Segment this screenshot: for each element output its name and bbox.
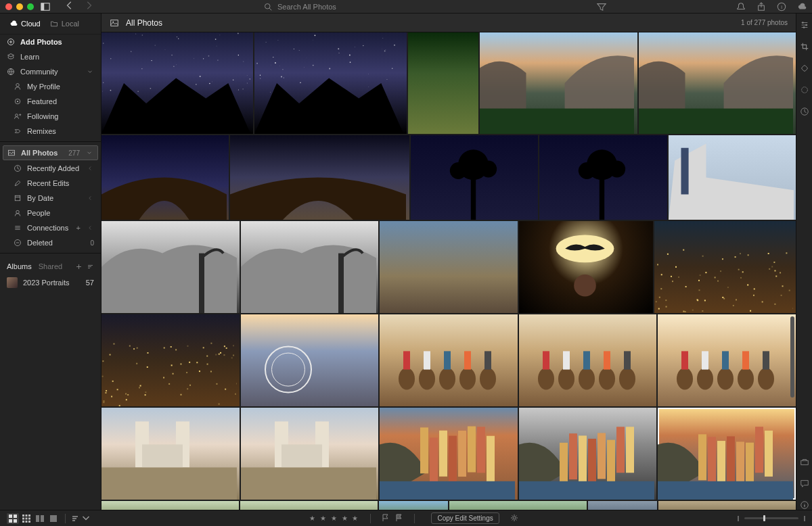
svg-rect-221 [136, 363, 137, 364]
photo-thumbnail[interactable] [102, 501, 239, 510]
cloud-tab[interactable]: Cloud [5, 18, 45, 30]
settings-gear-icon[interactable] [505, 514, 518, 523]
grid-view-button[interactable] [7, 513, 19, 524]
flag-reject-button[interactable] [395, 514, 403, 523]
album-item[interactable]: 2023 Portraits 57 [0, 274, 101, 291]
sort-albums-icon[interactable] [87, 263, 94, 270]
people-item[interactable]: People [7, 206, 101, 220]
photo-thumbnail[interactable] [639, 32, 796, 134]
help-icon[interactable]: i [777, 2, 786, 11]
svg-point-77 [260, 78, 261, 79]
photo-thumbnail[interactable] [380, 314, 518, 406]
featured-item[interactable]: Featured [7, 94, 101, 109]
photo-thumbnail[interactable] [102, 408, 240, 500]
filter-icon[interactable] [597, 2, 606, 11]
copy-edit-settings-button[interactable]: Copy Edit Settings [431, 512, 499, 524]
photo-thumbnail[interactable] [658, 314, 796, 406]
cloud-sync-icon[interactable] [797, 2, 807, 11]
photo-thumbnail[interactable] [240, 501, 378, 510]
svg-rect-211 [225, 389, 226, 390]
shared-tab[interactable]: Shared [39, 262, 62, 270]
photo-thumbnail[interactable] [669, 135, 796, 220]
rating-stars[interactable]: ★ ★ ★ ★ ★ [309, 515, 359, 522]
zoom-slider[interactable] [744, 517, 798, 519]
keywords-icon[interactable] [800, 457, 809, 467]
svg-rect-318 [26, 517, 28, 519]
masking-icon[interactable] [800, 85, 809, 95]
comments-icon[interactable] [800, 479, 809, 488]
svg-rect-202 [203, 347, 204, 348]
svg-rect-154 [775, 270, 776, 271]
connections-item[interactable]: Connections + [7, 220, 101, 235]
scrollbar-thumb[interactable] [790, 316, 794, 398]
photo-thumbnail[interactable] [254, 32, 406, 134]
svg-rect-152 [738, 269, 740, 270]
compare-view-button[interactable] [34, 513, 46, 524]
svg-point-27 [215, 39, 217, 40]
photo-thumbnail[interactable] [519, 408, 657, 500]
detail-view-button[interactable] [47, 513, 60, 524]
versions-icon[interactable] [800, 107, 809, 116]
photo-thumbnail[interactable] [658, 501, 796, 510]
photo-thumbnail[interactable] [102, 314, 240, 406]
deleted-item[interactable]: Deleted 0 [7, 235, 101, 250]
maximize-window-button[interactable] [27, 3, 34, 10]
sort-button[interactable] [71, 515, 90, 523]
photo-thumbnail[interactable] [241, 221, 379, 313]
svg-rect-181 [171, 364, 173, 366]
minimize-window-button[interactable] [16, 3, 23, 10]
notifications-icon[interactable] [736, 2, 746, 11]
flag-pick-button[interactable] [382, 514, 390, 523]
photo-thumbnail[interactable] [539, 135, 667, 220]
photo-thumbnail[interactable] [379, 501, 448, 510]
albums-tab[interactable]: Albums [7, 262, 32, 270]
all-photos-item[interactable]: All Photos 277 [3, 145, 98, 160]
edit-sliders-icon[interactable] [800, 20, 809, 30]
following-item[interactable]: Following [7, 109, 101, 124]
photo-thumbnail[interactable] [588, 501, 657, 510]
photo-thumbnail[interactable] [380, 408, 518, 500]
photo-thumbnail[interactable] [449, 501, 587, 510]
by-date-item[interactable]: By Date [7, 191, 101, 206]
recently-added-item[interactable]: Recently Added [7, 161, 101, 176]
local-tab[interactable]: Local [46, 18, 83, 30]
photo-thumbnail[interactable] [102, 135, 229, 220]
square-grid-button[interactable] [20, 513, 32, 524]
photo-thumbnail[interactable] [519, 314, 657, 406]
healing-icon[interactable] [800, 64, 809, 73]
add-photos-button[interactable]: Add Photos [0, 34, 101, 49]
svg-rect-214 [102, 360, 104, 362]
nav-back-button[interactable] [65, 1, 74, 13]
zoom-slider-thumb[interactable] [763, 515, 765, 521]
photo-thumbnail[interactable] [654, 221, 796, 313]
photo-thumbnail[interactable] [102, 32, 253, 134]
photo-thumbnail[interactable] [480, 32, 637, 134]
cloud-tab-label: Cloud [21, 20, 41, 28]
remixes-item[interactable]: Remixes [7, 124, 101, 139]
photo-thumbnail[interactable] [519, 221, 654, 313]
svg-point-104 [450, 162, 467, 179]
panel-toggle-icon[interactable] [41, 2, 50, 11]
photo-grid[interactable] [102, 32, 796, 510]
share-icon[interactable] [757, 2, 766, 11]
my-profile-item[interactable]: My Profile [7, 79, 101, 94]
photo-thumbnail[interactable] [408, 32, 479, 134]
search-input[interactable] [277, 3, 413, 11]
album-thumbnail [7, 277, 18, 288]
photo-thumbnail[interactable] [241, 408, 379, 500]
photo-thumbnail[interactable] [658, 408, 796, 500]
add-album-icon[interactable] [75, 263, 83, 270]
learn-button[interactable]: Learn [0, 49, 101, 64]
photo-thumbnail[interactable] [241, 314, 379, 406]
photo-thumbnail[interactable] [230, 135, 409, 220]
photo-thumbnail[interactable] [380, 221, 518, 313]
crop-icon[interactable] [800, 42, 809, 51]
photo-thumbnail[interactable] [411, 135, 538, 220]
info-panel-icon[interactable] [800, 500, 809, 510]
photo-thumbnail[interactable] [102, 221, 240, 313]
community-section[interactable]: Community [0, 64, 101, 79]
recent-edits-item[interactable]: Recent Edits [7, 176, 101, 191]
nav-forward-button[interactable] [84, 1, 93, 13]
close-window-button[interactable] [5, 3, 12, 10]
svg-point-2 [265, 3, 271, 9]
